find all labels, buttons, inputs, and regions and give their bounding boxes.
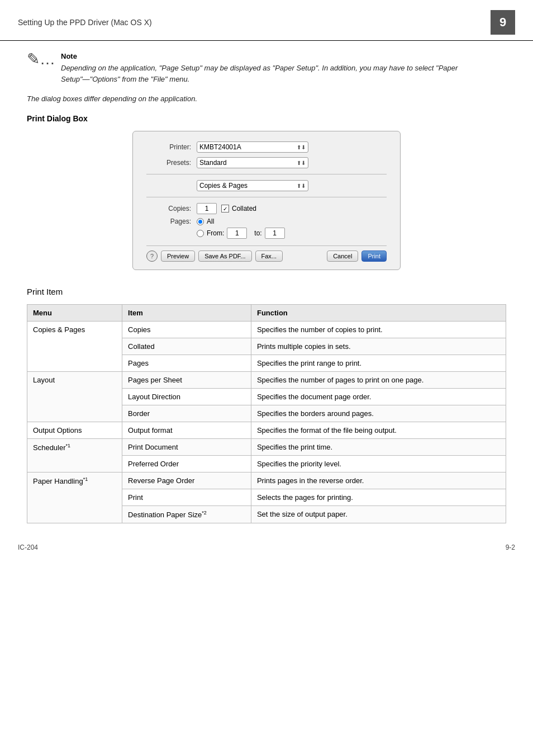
cell-item: Print [122, 489, 251, 506]
pages-row: Pages: All From: 1 to: 1 [146, 218, 387, 239]
cell-item: Print Document [122, 439, 251, 456]
to-input[interactable]: 1 [265, 228, 285, 239]
cell-item: Copies [122, 322, 251, 338]
radio-all[interactable]: All [197, 218, 289, 225]
cancel-button[interactable]: Cancel [327, 251, 358, 262]
printer-row: Printer: KMBT24001A ⬆⬇ [146, 141, 387, 153]
printer-label: Printer: [146, 143, 191, 151]
collated-label: Collated [232, 205, 256, 212]
cell-menu: Layout [27, 372, 122, 422]
copies-row: Copies: 1 ✓ Collated [146, 203, 387, 214]
table-row: LayoutPages per SheetSpecifies the numbe… [27, 372, 506, 389]
note-body: Note Depending on the application, "Page… [61, 52, 506, 84]
cell-item: Preferred Order [122, 456, 251, 472]
page-footer: IC-204 9-2 [0, 535, 533, 560]
cell-item: Border [122, 405, 251, 422]
italic-note: The dialog boxes differ depending on the… [27, 94, 506, 103]
cell-function: Specifies the borders around pages. [251, 405, 506, 422]
copies-pages-dropdown[interactable]: Copies & Pages ⬆⬇ [197, 180, 308, 191]
cell-item: Collated [122, 338, 251, 355]
radio-all-circle[interactable] [197, 218, 204, 225]
page-number: 9 [491, 10, 515, 35]
footer-left: ? Preview Save As PDF... Fax... [146, 251, 283, 262]
table-body: Copies & PagesCopiesSpecifies the number… [27, 322, 506, 523]
table-row: Scheduler*1Print DocumentSpecifies the p… [27, 439, 506, 456]
preview-button[interactable]: Preview [161, 251, 195, 262]
cell-function: Specifies the number of pages to print o… [251, 372, 506, 389]
print-item-table: Menu Item Function Copies & PagesCopiesS… [27, 304, 506, 523]
cell-function: Prints pages in the reverse order. [251, 472, 506, 489]
note-icon: ✎… [27, 50, 55, 68]
col-function: Function [251, 305, 506, 322]
content-area: ✎… Note Depending on the application, "P… [0, 52, 533, 523]
table-row: Output OptionsOutput formatSpecifies the… [27, 422, 506, 439]
col-item: Item [122, 305, 251, 322]
help-button[interactable]: ? [146, 251, 158, 262]
dialog-footer: ? Preview Save As PDF... Fax... Cancel P… [146, 245, 387, 262]
cell-function: Selects the pages for printing. [251, 489, 506, 506]
copies-pages-dropdown-row: Copies & Pages ⬆⬇ [146, 180, 387, 191]
header-title: Setting Up the PPD Driver (Mac OS X) [18, 18, 152, 27]
cell-item: Pages per Sheet [122, 372, 251, 389]
print-button[interactable]: Print [361, 251, 387, 262]
printer-select[interactable]: KMBT24001A ⬆⬇ [197, 141, 308, 153]
cell-function: Specifies the number of copies to print. [251, 322, 506, 338]
separator-1 [146, 174, 387, 174]
cell-function: Specifies the print time. [251, 439, 506, 456]
page-header: Setting Up the PPD Driver (Mac OS X) 9 [0, 0, 533, 41]
to-label: to: [254, 229, 261, 237]
radio-from-circle[interactable] [197, 230, 204, 237]
print-dialog-heading: Print Dialog Box [27, 114, 506, 123]
note-text: Depending on the application, "Page Setu… [61, 63, 506, 84]
cell-function: Prints multiple copies in sets. [251, 338, 506, 355]
cell-function: Set the size of output paper. [251, 506, 506, 523]
cell-function: Specifies the format of the file being o… [251, 422, 506, 439]
cell-item: Layout Direction [122, 389, 251, 405]
pages-label: Pages: [146, 218, 191, 225]
cell-item: Output format [122, 422, 251, 439]
cell-item: Reverse Page Order [122, 472, 251, 489]
table-row: Copies & PagesCopiesSpecifies the number… [27, 322, 506, 338]
fax-button[interactable]: Fax... [255, 251, 283, 262]
cell-menu: Copies & Pages [27, 322, 122, 372]
print-dialog-box: Printer: KMBT24001A ⬆⬇ Presets: Standard… [132, 131, 401, 270]
footer-right: Cancel Print [327, 251, 387, 262]
radio-all-label: All [207, 218, 214, 225]
copies-pages-dropdown-arrow: ⬆⬇ [297, 183, 306, 189]
cell-menu: Output Options [27, 422, 122, 439]
cell-menu: Paper Handling*1 [27, 472, 122, 523]
col-menu: Menu [27, 305, 122, 322]
radio-from[interactable]: From: 1 to: 1 [197, 228, 289, 239]
from-input[interactable]: 1 [227, 228, 247, 239]
cell-function: Specifies the priority level. [251, 456, 506, 472]
table-row: Paper Handling*1Reverse Page OrderPrints… [27, 472, 506, 489]
presets-label: Presets: [146, 159, 191, 167]
collated-checkbox[interactable]: ✓ [221, 205, 229, 212]
note-title: Note [61, 52, 506, 60]
table-header-row: Menu Item Function [27, 305, 506, 322]
pages-radio-group: All From: 1 to: 1 [197, 218, 289, 239]
cell-menu: Scheduler*1 [27, 439, 122, 472]
cell-function: Specifies the print range to print. [251, 355, 506, 372]
presets-select[interactable]: Standard ⬆⬇ [197, 157, 308, 168]
save-pdf-button[interactable]: Save As PDF... [198, 251, 251, 262]
cell-item: Pages [122, 355, 251, 372]
printer-select-arrow: ⬆⬇ [297, 144, 306, 150]
presets-row: Presets: Standard ⬆⬇ [146, 157, 387, 168]
footer-right: 9-2 [506, 544, 515, 551]
from-label: From: [207, 229, 224, 237]
print-item-heading: Print Item [27, 287, 506, 296]
cell-function: Specifies the document page order. [251, 389, 506, 405]
note-section: ✎… Note Depending on the application, "P… [27, 52, 506, 84]
separator-2 [146, 197, 387, 197]
copies-input[interactable]: 1 [197, 203, 217, 214]
presets-select-arrow: ⬆⬇ [297, 160, 306, 166]
copies-input-label: Copies: [146, 205, 191, 212]
footer-left: IC-204 [18, 544, 38, 551]
cell-item: Destination Paper Size*2 [122, 506, 251, 523]
